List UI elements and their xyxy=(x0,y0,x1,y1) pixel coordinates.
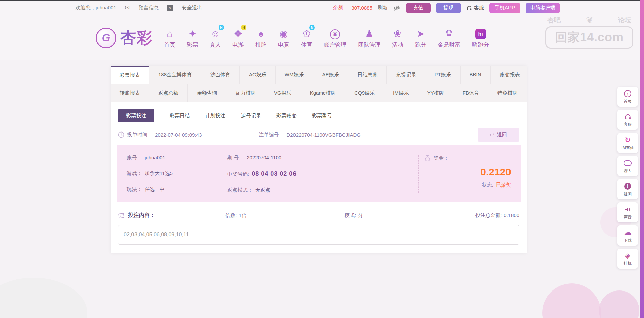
tab-lottery-report[interactable]: 彩票报表 xyxy=(111,66,149,84)
subtab-item[interactable]: 追号记录 xyxy=(241,113,261,119)
decor-circle-small xyxy=(599,290,639,318)
gift-icon: ❀ xyxy=(394,28,402,39)
decor-swirl xyxy=(0,278,87,318)
nav-item-lottery[interactable]: ✦ 彩票 xyxy=(187,27,198,49)
game-value: 加拿大11选5 xyxy=(145,170,173,176)
nav-item-sports[interactable]: ♔N 体育 xyxy=(301,27,312,49)
envelope-icon[interactable]: ✉ xyxy=(125,4,130,11)
report-tabs-row-1: 彩票报表 188金宝博体育沙巴体育AG娱乐WM娱乐AE娱乐日结总览充提记录PT娱… xyxy=(111,66,527,84)
tab-item[interactable]: 特免棋牌 xyxy=(488,84,527,102)
tab-item[interactable]: 转账报表 xyxy=(111,84,149,102)
rebate-mode-value: 无返点 xyxy=(255,187,270,193)
bet-time-label: 投单时间： xyxy=(127,131,152,138)
tab-item[interactable]: 账变报表 xyxy=(491,66,529,84)
money-bag-icon xyxy=(424,155,431,162)
tab-item[interactable]: PT娱乐 xyxy=(425,66,460,84)
back-button[interactable]: ↩ 返回 xyxy=(478,128,519,142)
back-arrow-icon: ↩ xyxy=(490,131,494,138)
sidebar-item-service[interactable]: 客服 xyxy=(617,110,638,130)
refresh-button[interactable]: 刷新 xyxy=(378,5,388,11)
nav-item-hipaofen[interactable]: hi 嗨跑分 xyxy=(472,27,489,49)
tab-item[interactable]: YY棋牌 xyxy=(418,84,453,102)
nav-item-team[interactable]: ♟ 团队管理 xyxy=(358,27,381,49)
mode-value: 分 xyxy=(358,212,363,218)
nav-item-boardgames[interactable]: ♠ 棋牌 xyxy=(255,27,267,49)
new-badge: N xyxy=(219,25,224,30)
prize-label: 奖金： xyxy=(434,155,449,161)
sidebar-item-chat[interactable]: ··· 聊天 xyxy=(617,156,638,176)
order-info-row: 投单时间： 2022-07-04 09:09:43 注单编号： D2022070… xyxy=(118,127,519,142)
topbar: 欢迎您，juhua001 ✉ 预留信息： ✎ 安全退出 余额：307.0885 … xyxy=(0,1,644,15)
recharge-button[interactable]: 充值 xyxy=(406,3,431,13)
tab-item[interactable]: 返点总额 xyxy=(149,84,188,102)
multiple-label: 倍数: xyxy=(225,212,237,218)
headphones-icon xyxy=(617,112,638,121)
tab-item[interactable]: 充提记录 xyxy=(387,66,425,84)
subtab-lottery-bet[interactable]: 彩票投注 xyxy=(118,109,154,122)
tab-item[interactable]: IM娱乐 xyxy=(384,84,418,102)
subtab-item[interactable]: 彩票盈亏 xyxy=(312,113,332,119)
tab-item[interactable]: FB体育 xyxy=(453,84,488,102)
sidebar-item-download[interactable]: ☁ 下载 xyxy=(617,225,638,246)
nav-item-paofen[interactable]: ➤ 跑分 xyxy=(415,27,426,49)
order-no-label: 注单编号： xyxy=(259,131,284,138)
sidebar-item-question[interactable]: ! 疑问 xyxy=(617,179,638,199)
tab-item[interactable]: 188金宝博体育 xyxy=(149,66,201,84)
nav-item-account[interactable]: ¥ 账户管理 xyxy=(324,27,346,49)
tab-item[interactable]: 沙巴体育 xyxy=(201,66,240,84)
esports-icon: ◉ xyxy=(279,28,288,39)
rebate-mode-label: 返点模式： xyxy=(227,187,253,193)
nav-item-egames[interactable]: ❖H 电游 xyxy=(232,27,244,49)
yuan-coin-icon: ¥ xyxy=(330,29,340,39)
customer-service-label: 客服 xyxy=(474,5,484,11)
subtab-item[interactable]: 计划投注 xyxy=(205,113,225,119)
sidebar-item-autoplay[interactable]: ◈ 挂机 xyxy=(617,249,638,269)
order-detail-panel: 账号：juhua001 游戏：加拿大11选5 玩法：任选一中一 期 号：2022… xyxy=(117,145,521,202)
nav-item-activity[interactable]: ❀ 活动 xyxy=(392,27,404,49)
watermark-right: 论坛 xyxy=(618,16,631,25)
subtab-item[interactable]: 彩票日结 xyxy=(170,113,190,119)
sidebar-item-home[interactable]: ↑ 首页 xyxy=(617,87,638,107)
pc-client-button[interactable]: 电脑客户端 xyxy=(526,3,560,13)
balance-label: 余额： xyxy=(333,5,348,11)
vessel-icon: ♛ xyxy=(445,28,453,39)
withdraw-button[interactable]: 提现 xyxy=(436,3,461,13)
tab-item[interactable]: WM娱乐 xyxy=(276,66,313,84)
edit-icon[interactable]: ✎ xyxy=(167,5,173,11)
tab-item[interactable]: 瓦力棋牌 xyxy=(226,84,265,102)
status-badge: 已派奖 xyxy=(496,182,511,188)
sidebar-item-im-recharge[interactable]: ↻ IM充值 xyxy=(617,133,638,153)
tab-item[interactable]: 日结总览 xyxy=(348,66,387,84)
tab-item[interactable]: 余额查询 xyxy=(188,84,226,102)
account-value: juhua001 xyxy=(145,155,165,160)
tab-item[interactable]: VG娱乐 xyxy=(265,84,301,102)
tab-item[interactable]: AG娱乐 xyxy=(240,66,276,84)
chat-bubble-icon: ··· xyxy=(624,160,632,166)
reserved-info-label: 预留信息： xyxy=(139,5,164,11)
nav-item-esports[interactable]: ◉ 电竞 xyxy=(278,27,289,49)
tab-item[interactable]: BBIN xyxy=(461,66,491,84)
brand-logo[interactable]: G 杏彩 xyxy=(96,28,153,48)
nav-item-jinding[interactable]: ♛ 金鼎财富 xyxy=(438,27,461,49)
prize-value: 0.2120 xyxy=(424,166,511,178)
nav-item-live[interactable]: ☺N 真人 xyxy=(210,27,221,49)
new-badge: N xyxy=(309,25,315,30)
subtab-item[interactable]: 彩票账变 xyxy=(276,113,297,119)
tab-item[interactable]: CQ9娱乐 xyxy=(345,84,384,102)
winning-numbers-value: 08 04 03 02 06 xyxy=(252,170,297,177)
nav-item-home[interactable]: ⌂ 首页 xyxy=(164,27,175,49)
watermark-left: 杏吧 xyxy=(547,16,561,25)
gem-icon: ◈ xyxy=(625,252,630,259)
logo-text: 杏彩 xyxy=(120,28,153,48)
mobile-app-button[interactable]: 手机APP xyxy=(489,3,520,13)
customer-service[interactable]: 客服 xyxy=(466,5,484,11)
balance-value: 307.0885 xyxy=(351,5,372,11)
eye-off-icon[interactable] xyxy=(393,5,400,11)
tab-item[interactable]: Kgame棋牌 xyxy=(301,84,345,102)
logout-link[interactable]: 安全退出 xyxy=(182,5,202,11)
sidebar-item-sound[interactable]: 声音 xyxy=(617,202,638,222)
report-card: 彩票报表 188金宝博体育沙巴体育AG娱乐WM娱乐AE娱乐日结总览充提记录PT娱… xyxy=(111,66,527,253)
tab-item[interactable]: AE娱乐 xyxy=(313,66,348,84)
winning-numbers-label: 中奖号码: xyxy=(227,171,249,177)
headphones-icon xyxy=(466,5,472,10)
